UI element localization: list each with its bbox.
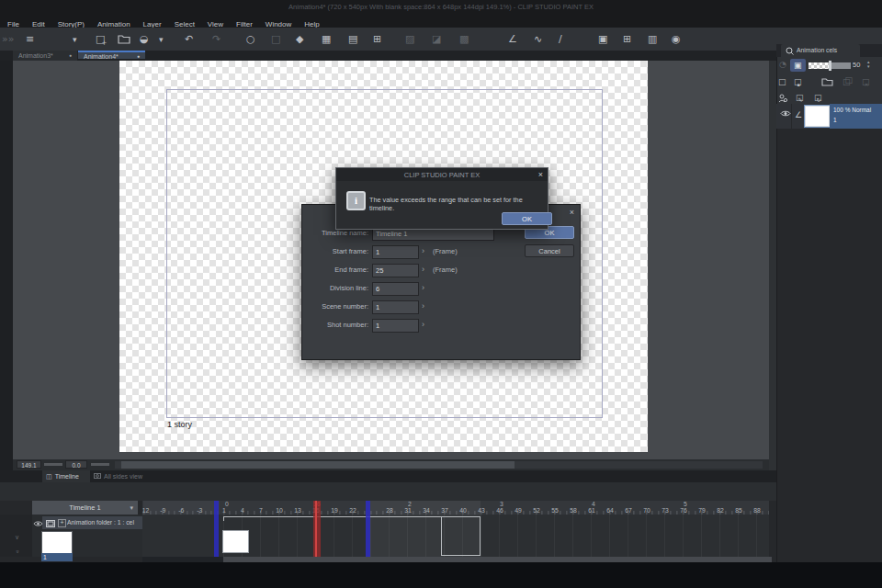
scroll-fast-down-icon[interactable]: » [14, 549, 20, 553]
zoom-slider[interactable] [44, 463, 62, 466]
reselect-icon[interactable]: □ [271, 34, 280, 44]
canvas-hscroll-thumb[interactable] [121, 461, 514, 469]
export-icon[interactable]: ◒ [140, 34, 149, 44]
ruler-frame-label: 58 [567, 507, 580, 514]
ruler-frame-label: 49 [512, 507, 525, 514]
settings-field-input[interactable]: 6 [372, 282, 419, 296]
scroll-down-icon[interactable]: ∨ [15, 535, 19, 541]
crop-frame-icon[interactable]: ▤ [348, 34, 357, 44]
open-cel-folder-icon[interactable] [821, 77, 833, 88]
playback-start-marker[interactable] [214, 501, 219, 557]
perspective-ruler-icon[interactable]: ▣ [598, 34, 607, 44]
lock-cel-icon[interactable]: □▪ [794, 78, 805, 86]
gradient-map-icon[interactable]: ▥ [648, 34, 657, 44]
ruler-frame-label: 55 [548, 507, 561, 514]
canvas-frame-icon[interactable]: ▦ [322, 34, 331, 44]
cel-opacity-value[interactable]: 50 [853, 61, 860, 69]
playback-time-icon[interactable]: ◔ [779, 61, 786, 69]
tab-close-icon[interactable]: ● [137, 54, 140, 59]
timeline-select-dropdown[interactable]: Timeline 1 ▾ [32, 501, 138, 514]
change-cel-image-icon[interactable]: □ [778, 78, 786, 86]
ruler-frame-label: -9 [156, 507, 169, 514]
tab-timeline[interactable]: ◫Timeline [42, 470, 90, 482]
field-slider-arrow-icon[interactable]: › [422, 283, 424, 293]
canvas-tab-animation3[interactable]: Animation3* ● [13, 51, 77, 61]
cel-layer-thumbnail[interactable] [805, 106, 830, 127]
field-slider-arrow-icon[interactable]: › [422, 320, 424, 330]
multi-window-icon[interactable]: ⊞ [623, 34, 631, 44]
transform-grid-icon[interactable]: ⊞ [373, 34, 381, 44]
current-cel-thumbnail[interactable] [41, 531, 73, 554]
export-dropdown-icon[interactable]: ▾ [159, 36, 164, 44]
snap-line-icon[interactable]: ∕ [559, 34, 562, 44]
settings-field-input[interactable]: 25 [372, 264, 419, 277]
fill-blend-icon[interactable]: ◆ [296, 34, 303, 44]
ruler-frame-label: 73 [659, 507, 672, 514]
duplicate-cel-icon[interactable]: □□ [842, 78, 858, 86]
error-dialog-title: CLIP STUDIO PAINT EX [336, 171, 548, 179]
tab-all-sides-view[interactable]: All sides view [92, 470, 151, 482]
settings-field-input[interactable]: 1 [372, 319, 419, 333]
undo-icon[interactable]: ↶ [185, 34, 193, 44]
deselect-icon[interactable]: ○ [246, 34, 255, 44]
window-title: Animation4* (720 x 540px With blank spac… [0, 3, 882, 11]
cel-opacity-slider-thumb[interactable] [829, 61, 831, 71]
redo-icon[interactable]: ↷ [212, 34, 220, 44]
layer-mask-off-icon[interactable]: ▨ [405, 34, 414, 44]
rotation-value[interactable]: 0.0 [65, 460, 87, 469]
settings-cancel-button[interactable]: Cancel [525, 244, 574, 257]
playback-end-marker[interactable] [366, 501, 370, 557]
error-dialog-close-icon[interactable]: × [538, 170, 543, 179]
error-dialog: CLIP STUDIO PAINT EX × i The value excee… [335, 167, 548, 230]
delete-cel-icon[interactable]: □× [862, 78, 875, 86]
main-menu-icon[interactable]: ≡ [26, 34, 34, 44]
canvas-vertical-scrollbar[interactable] [769, 61, 776, 470]
current-cel-number[interactable]: 1 [41, 553, 73, 561]
animation-cels-tab[interactable]: Animation cels [781, 44, 860, 57]
settings-field-input[interactable]: 1 [372, 245, 419, 259]
track-visibility-eye-icon[interactable] [33, 519, 43, 529]
settings-field-label: Shot number: [306, 321, 368, 329]
settings-field-label: Timeline name: [306, 229, 368, 237]
settings-field-suffix: (Frame) [433, 247, 458, 255]
ruler-frame-label: 7 [254, 507, 267, 514]
field-slider-arrow-icon[interactable]: › [422, 265, 424, 275]
toolbar-overflow-icon[interactable]: »» [2, 34, 14, 44]
tool-dropdown-icon[interactable]: ▾ [73, 36, 77, 44]
folder-expand-icon[interactable]: + [58, 519, 66, 527]
settings-field-input[interactable]: 1 [372, 300, 419, 314]
field-slider-arrow-icon[interactable]: › [422, 246, 424, 256]
settings-field-label: Division line: [306, 284, 368, 292]
timeline-dropdown-chevron-icon: ▾ [130, 505, 133, 512]
timeline-cel-thumbnail[interactable] [222, 530, 249, 553]
cel-layer-info[interactable]: 100 % Normal 1 [830, 104, 882, 129]
rotation-slider[interactable] [91, 463, 109, 466]
cel-opacity-slider-left[interactable] [808, 62, 831, 69]
canvas-tab-animation4-active[interactable]: Animation4* ● [78, 51, 145, 59]
ruler-frame-label: 22 [346, 507, 359, 514]
stencil-icon[interactable]: ▩ [459, 34, 469, 44]
zoom-value[interactable]: 149.1 [17, 460, 41, 469]
settings-field-row: Division line:6› [306, 282, 580, 296]
settings-field-label: End frame: [306, 266, 368, 274]
light-table-button[interactable]: ▣ [790, 59, 806, 72]
playhead[interactable] [313, 501, 321, 557]
snap-ruler-icon[interactable]: ∠ [508, 34, 517, 44]
field-slider-arrow-icon[interactable]: › [422, 301, 424, 311]
ruler-frame-label: 82 [714, 507, 727, 514]
draft-pencil-icon[interactable]: ∠ [795, 111, 802, 119]
layer-visibility-eye-icon[interactable] [780, 109, 791, 119]
focus-mode-icon[interactable]: ◉ [672, 34, 681, 44]
error-ok-button[interactable]: OK [502, 212, 552, 225]
cel-opacity-slider-right[interactable] [831, 62, 851, 69]
edit-cel-icon[interactable]: □✎ [796, 94, 808, 102]
open-file-icon[interactable] [118, 34, 130, 46]
snap-curve-icon[interactable]: ∿ [534, 34, 542, 44]
opacity-spinner[interactable]: ▴▾ [867, 60, 870, 69]
layer-mask-half-icon[interactable]: ◪ [432, 34, 441, 44]
ruler-frame-label: -3 [193, 507, 206, 514]
settings-field-suffix: (Frame) [433, 266, 458, 274]
new-canvas-icon[interactable]: □+ [96, 34, 110, 44]
refresh-cel-icon[interactable]: □↻ [814, 94, 827, 102]
tab-close-icon[interactable]: ● [69, 53, 72, 58]
